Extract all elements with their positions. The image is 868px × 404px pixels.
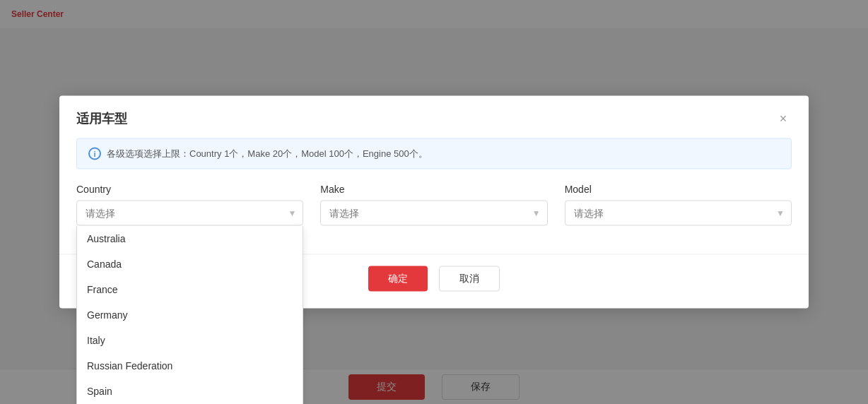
make-select-wrapper: ▼ xyxy=(320,201,547,226)
dropdown-item[interactable]: Germany xyxy=(77,302,303,328)
info-icon: i xyxy=(88,148,101,160)
make-group: Make ▼ xyxy=(320,184,547,226)
dropdown-item[interactable]: Italy xyxy=(77,328,303,353)
dialog-title: 适用车型 xyxy=(76,110,127,127)
make-label: Make xyxy=(320,184,547,195)
info-text: 各级选项选择上限：Country 1个，Make 20个，Model 100个，… xyxy=(107,148,428,160)
info-banner: i 各级选项选择上限：Country 1个，Make 20个，Model 100… xyxy=(76,138,792,170)
dropdown-item[interactable]: Australia xyxy=(77,226,303,251)
dropdown-item[interactable]: Canada xyxy=(77,251,303,277)
make-select-input[interactable] xyxy=(320,201,547,226)
country-select-input[interactable] xyxy=(76,201,303,226)
model-select-wrapper: ▼ xyxy=(565,201,792,226)
dialog-close-button[interactable]: × xyxy=(775,110,792,127)
dropdown-item[interactable]: Russian Federation xyxy=(77,353,303,379)
country-label: Country xyxy=(76,184,303,195)
dropdown-item[interactable]: Spain xyxy=(77,379,303,404)
model-group: Model ▼ xyxy=(565,184,792,226)
country-dropdown-list: AustraliaCanadaFranceGermanyItalyRussian… xyxy=(76,226,303,405)
dialog-header: 适用车型 × xyxy=(59,96,809,138)
form-row: Country ▼ AustraliaCanadaFranceGermanyIt… xyxy=(59,184,809,243)
confirm-button[interactable]: 确定 xyxy=(368,266,428,292)
country-select-wrapper: ▼ AustraliaCanadaFranceGermanyItalyRussi… xyxy=(76,201,303,226)
dropdown-item[interactable]: France xyxy=(77,277,303,302)
cancel-button[interactable]: 取消 xyxy=(439,266,500,292)
model-select-input[interactable] xyxy=(565,201,792,226)
model-label: Model xyxy=(565,184,792,195)
country-group: Country ▼ AustraliaCanadaFranceGermanyIt… xyxy=(76,184,303,226)
dialog: 适用车型 × i 各级选项选择上限：Country 1个，Make 20个，Mo… xyxy=(59,96,809,309)
